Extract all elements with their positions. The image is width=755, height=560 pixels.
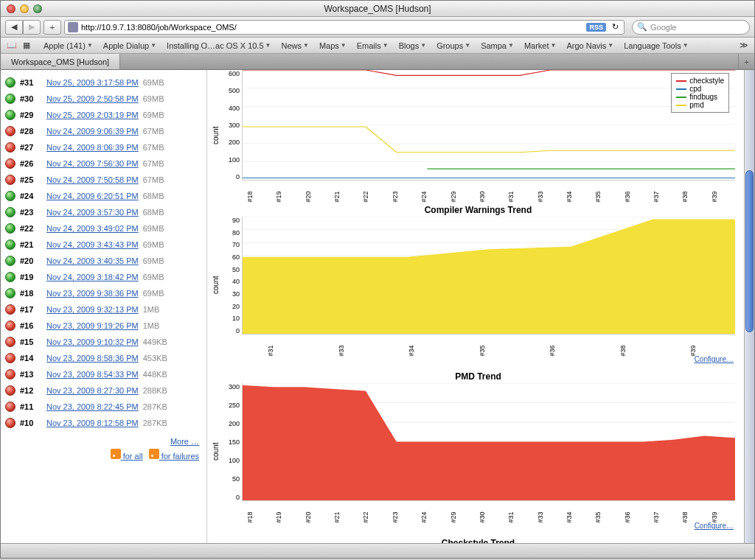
address-bar[interactable]: http://10.9.7.13:8080/job/Workspace_OMS/… <box>64 20 624 35</box>
bookmark-item[interactable]: Apple Dialup ▼ <box>99 40 161 52</box>
bookmark-item[interactable]: Apple (141) ▼ <box>39 40 97 52</box>
build-link[interactable]: Nov 25, 2009 3:17:58 PM <box>46 78 139 87</box>
y-ticks: 300250200150100500 <box>221 383 242 501</box>
y-ticks: 6005004003002001000 <box>221 70 242 181</box>
build-link[interactable]: Nov 23, 2009 8:54:33 PM <box>46 370 139 379</box>
build-link[interactable]: Nov 24, 2009 3:57:30 PM <box>46 208 139 217</box>
rss-icon <box>111 449 121 459</box>
status-bar <box>1 543 754 558</box>
build-number: #31 <box>20 78 42 87</box>
bookmark-item[interactable]: News ▼ <box>276 40 313 52</box>
titlebar: Workspace_OMS [Hudson] <box>1 1 754 17</box>
build-status-icon <box>5 337 15 347</box>
bookmark-item[interactable]: Argo Navis ▼ <box>562 40 618 52</box>
build-link[interactable]: Nov 24, 2009 3:43:43 PM <box>46 240 139 249</box>
build-link[interactable]: Nov 23, 2009 8:22:45 PM <box>46 402 139 411</box>
bookmark-item[interactable]: Emails ▼ <box>352 40 393 52</box>
bookmark-item[interactable]: Sampa ▼ <box>476 40 518 52</box>
window-title: Workspace_OMS [Hudson] <box>1 4 754 14</box>
rss-badge[interactable]: RSS <box>586 23 606 32</box>
build-link[interactable]: Nov 23, 2009 9:19:26 PM <box>46 321 139 330</box>
build-status-icon <box>5 158 15 169</box>
build-link[interactable]: Nov 24, 2009 6:20:51 PM <box>46 192 139 200</box>
forward-button[interactable]: ▶ <box>23 20 41 35</box>
build-size: 453KB <box>143 354 167 363</box>
build-row: #18Nov 23, 2009 9:38:36 PM69MB <box>5 285 206 301</box>
bookmark-item[interactable]: Installing O…ac OS X 10.5 ▼ <box>162 40 275 52</box>
build-number: #14 <box>20 354 42 363</box>
search-placeholder: Google <box>650 23 676 32</box>
build-status-icon <box>5 142 15 153</box>
y-axis-label: count <box>210 369 221 534</box>
x-ticks: #18#19#20#21#22#23#24#29#30#31#33#34#35#… <box>221 181 735 201</box>
grid-icon[interactable]: ▦ <box>23 41 30 50</box>
build-size: 67MB <box>143 143 164 152</box>
chart: countPMD Trend300250200150100500#18#19#2… <box>210 369 735 534</box>
bookmark-item[interactable]: Blogs ▼ <box>394 40 431 52</box>
build-status-icon <box>5 77 15 88</box>
build-size: 287KB <box>143 419 167 427</box>
build-row: #23Nov 24, 2009 3:57:30 PM68MB <box>5 204 206 220</box>
build-number: #10 <box>20 419 42 427</box>
bookmark-item[interactable]: Language Tools ▼ <box>619 40 692 52</box>
build-row: #19Nov 24, 2009 3:18:42 PM69MB <box>5 269 206 285</box>
build-link[interactable]: Nov 24, 2009 7:50:58 PM <box>46 175 139 184</box>
build-link[interactable]: Nov 24, 2009 3:49:02 PM <box>46 224 139 233</box>
tab-workspace-oms[interactable]: Workspace_OMS [Hudson] <box>1 54 120 69</box>
search-input[interactable]: 🔍 Google <box>632 20 750 35</box>
build-number: #28 <box>20 127 42 136</box>
bookmark-item[interactable]: Maps ▼ <box>315 40 351 52</box>
build-link[interactable]: Nov 23, 2009 9:38:36 PM <box>46 289 139 298</box>
vertical-scrollbar[interactable] <box>744 70 754 543</box>
browser-toolbar: ◀ ▶ + http://10.9.7.13:8080/job/Workspac… <box>1 17 754 38</box>
build-status-icon <box>5 385 15 396</box>
reload-button[interactable]: ↻ <box>609 22 621 32</box>
tab-bar: Workspace_OMS [Hudson] + <box>1 54 754 70</box>
add-bookmark-button[interactable]: + <box>44 20 61 35</box>
bookmarks-menu-icon[interactable]: 📖 <box>7 41 17 50</box>
build-link[interactable]: Nov 23, 2009 8:27:30 PM <box>46 386 139 395</box>
build-link[interactable]: Nov 24, 2009 9:06:39 PM <box>46 127 139 136</box>
build-link[interactable]: Nov 24, 2009 8:06:39 PM <box>46 143 139 152</box>
build-size: 69MB <box>143 273 164 281</box>
build-row: #10Nov 23, 2009 8:12:58 PM287KB <box>5 415 206 431</box>
build-status-icon <box>5 256 15 266</box>
more-link[interactable]: More … <box>5 431 206 447</box>
bookmark-item[interactable]: Groups ▼ <box>432 40 475 52</box>
build-row: #28Nov 24, 2009 9:06:39 PM67MB <box>5 123 206 139</box>
build-size: 287KB <box>143 402 167 411</box>
build-link[interactable]: Nov 24, 2009 3:40:35 PM <box>46 256 139 265</box>
overflow-icon[interactable]: ≫ <box>740 41 748 50</box>
build-link[interactable]: Nov 23, 2009 9:32:13 PM <box>46 305 139 314</box>
y-ticks: 9080706050403020100 <box>221 217 242 335</box>
build-link[interactable]: Nov 24, 2009 3:18:42 PM <box>46 273 139 281</box>
chart: countCheckstyle Trend700600#18#19#20#21#… <box>210 536 735 543</box>
chart-canvas <box>242 383 735 501</box>
build-number: #27 <box>20 143 42 152</box>
build-history-sidebar: #31Nov 25, 2009 3:17:58 PM69MB#30Nov 25,… <box>1 70 207 543</box>
build-size: 449KB <box>143 337 167 346</box>
back-button[interactable]: ◀ <box>5 20 23 35</box>
build-number: #23 <box>20 208 42 217</box>
build-link[interactable]: Nov 24, 2009 7:56:30 PM <box>46 159 139 168</box>
bookmark-item[interactable]: Market ▼ <box>520 40 561 52</box>
build-link[interactable]: Nov 25, 2009 2:50:58 PM <box>46 94 139 103</box>
build-link[interactable]: Nov 23, 2009 8:12:58 PM <box>46 419 139 427</box>
build-size: 68MB <box>143 208 164 217</box>
build-size: 69MB <box>143 224 164 233</box>
build-number: #13 <box>20 370 42 379</box>
build-size: 1MB <box>143 305 160 314</box>
build-status-icon <box>5 418 15 428</box>
build-link[interactable]: Nov 23, 2009 8:58:36 PM <box>46 354 139 363</box>
build-size: 448KB <box>143 370 167 379</box>
build-number: #17 <box>20 305 42 314</box>
bookmarks-bar: 📖 ▦ Apple (141) ▼Apple Dialup ▼Installin… <box>1 38 754 54</box>
build-link[interactable]: Nov 23, 2009 9:10:32 PM <box>46 337 139 346</box>
build-link[interactable]: Nov 25, 2009 2:03:19 PM <box>46 111 139 119</box>
build-size: 69MB <box>143 78 164 87</box>
rss-for-failures-link[interactable]: for failures <box>161 452 199 461</box>
new-tab-button[interactable]: + <box>738 54 754 69</box>
rss-for-all-link[interactable]: for all <box>123 452 143 461</box>
x-ticks: #31#33#34#35#36#38#39 <box>221 335 735 355</box>
build-number: #30 <box>20 94 42 103</box>
